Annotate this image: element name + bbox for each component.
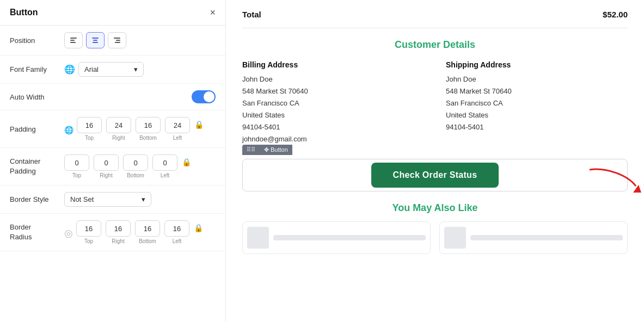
- container-padding-bottom-input[interactable]: [123, 154, 148, 171]
- card-thumbnail-1: [247, 227, 269, 249]
- position-controls: [64, 32, 216, 48]
- border-style-label: Border Style: [10, 195, 59, 203]
- svg-rect-2: [70, 42, 76, 43]
- svg-rect-3: [92, 38, 99, 39]
- cta-wrapper: Check Order Status: [242, 159, 628, 191]
- container-padding-lock-icon[interactable]: 🔒: [182, 158, 191, 166]
- padding-globe-icon: 🌐: [64, 126, 73, 134]
- auto-width-label: Auto Width: [10, 93, 59, 101]
- padding-right-field: Right: [106, 117, 131, 141]
- border-radius-bottom-input[interactable]: [135, 220, 160, 237]
- svg-rect-4: [93, 40, 97, 41]
- container-padding-left-label: Left: [161, 172, 170, 178]
- border-style-select[interactable]: Not Set ▾: [64, 192, 151, 207]
- auto-width-toggle[interactable]: [192, 90, 216, 103]
- svg-rect-7: [116, 40, 120, 41]
- position-row: Position: [0, 26, 225, 55]
- border-radius-left-field: Left: [164, 220, 189, 244]
- billing-address-col: Billing Address John Doe 548 Market St 7…: [242, 60, 424, 146]
- toolbar-handle-button[interactable]: ⠿⠿: [242, 145, 260, 155]
- also-like-row: [242, 221, 628, 254]
- total-row: Total $52.00: [242, 10, 628, 28]
- shipping-zip: 94104-5401: [446, 121, 628, 133]
- svg-rect-1: [70, 40, 75, 41]
- padding-right-label: Right: [112, 135, 125, 141]
- svg-rect-8: [115, 42, 120, 43]
- border-radius-controls: ◎ Top Right Bottom Left 🔒: [64, 220, 216, 244]
- element-toolbar: ⠿⠿ ✥ Button: [242, 145, 292, 155]
- panel-title: Button: [10, 8, 38, 17]
- billing-zip: 94104-5401: [242, 121, 424, 133]
- padding-right-input[interactable]: [106, 117, 131, 133]
- billing-name: John Doe: [242, 73, 424, 85]
- also-like-card-2: [439, 221, 628, 254]
- padding-bottom-input[interactable]: [136, 117, 161, 133]
- padding-top-label: Top: [85, 135, 94, 141]
- move-icon: ✥: [264, 146, 269, 153]
- billing-city: San Francisco CA: [242, 97, 424, 109]
- card-line-2: [470, 235, 623, 240]
- container-padding-bottom-field: Bottom: [123, 154, 148, 178]
- total-label: Total: [242, 10, 261, 19]
- settings-panel: Button × Position Font Family 🌐 Arial ▾: [0, 0, 226, 322]
- border-radius-globe-icon: ◎: [64, 227, 73, 239]
- border-radius-right-field: Right: [106, 220, 131, 244]
- font-family-value: Arial: [84, 65, 99, 73]
- container-padding-top-input[interactable]: [64, 154, 89, 171]
- align-right-button[interactable]: [108, 32, 126, 48]
- border-radius-left-input[interactable]: [164, 220, 189, 237]
- border-radius-lock-icon[interactable]: 🔒: [194, 224, 203, 232]
- padding-left-label: Left: [173, 135, 182, 141]
- container-padding-top-field: Top: [64, 154, 89, 178]
- toolbar-button-label: Button: [271, 146, 288, 153]
- border-radius-row: Border Radius ◎ Top Right Bottom: [0, 214, 225, 251]
- border-radius-right-input[interactable]: [106, 220, 131, 237]
- svg-rect-6: [114, 38, 120, 39]
- svg-rect-0: [70, 38, 77, 39]
- container-padding-right-input[interactable]: [94, 154, 119, 171]
- font-family-row: Font Family 🌐 Arial ▾: [0, 55, 225, 84]
- border-radius-top-input[interactable]: [76, 220, 101, 237]
- container-padding-controls: Top Right Bottom Left 🔒: [64, 154, 216, 178]
- container-padding-label: Container Padding: [10, 157, 59, 176]
- billing-country: United States: [242, 109, 424, 121]
- border-radius-top-label: Top: [84, 238, 93, 244]
- border-radius-left-label: Left: [173, 238, 182, 244]
- total-amount: $52.00: [603, 10, 628, 19]
- shipping-name: John Doe: [446, 73, 628, 85]
- align-left-button[interactable]: [64, 32, 83, 48]
- border-radius-bottom-label: Bottom: [139, 238, 156, 244]
- border-radius-top-field: Top: [76, 220, 101, 244]
- border-radius-inputs: Top Right Bottom Left 🔒: [76, 220, 216, 244]
- billing-heading: Billing Address: [242, 60, 424, 69]
- padding-label: Padding: [10, 125, 59, 133]
- font-family-select[interactable]: Arial ▾: [78, 62, 144, 77]
- toolbar-move-button[interactable]: ✥ Button: [260, 145, 292, 155]
- container-padding-bottom-label: Bottom: [127, 172, 144, 178]
- font-family-label: Font Family: [10, 65, 59, 73]
- align-center-button[interactable]: [86, 32, 105, 48]
- container-padding-left-input[interactable]: [152, 154, 177, 171]
- container-padding-right-field: Right: [94, 154, 119, 178]
- container-padding-top-label: Top: [72, 172, 81, 178]
- billing-email: johndoe@gmail.com: [242, 133, 424, 145]
- check-order-status-button[interactable]: Check Order Status: [371, 163, 499, 188]
- svg-marker-9: [633, 185, 641, 193]
- padding-top-input[interactable]: [77, 117, 102, 133]
- container-padding-right-label: Right: [100, 172, 112, 178]
- container-padding-left-field: Left: [152, 154, 177, 178]
- padding-left-input[interactable]: [165, 117, 190, 133]
- padding-left-field: Left: [165, 117, 190, 141]
- card-line-1: [273, 235, 426, 240]
- border-style-value: Not Set: [70, 195, 94, 203]
- close-icon[interactable]: ×: [210, 8, 216, 17]
- svg-rect-5: [93, 42, 98, 43]
- border-radius-bottom-field: Bottom: [135, 220, 160, 244]
- padding-bottom-field: Bottom: [136, 117, 161, 141]
- customer-details-title: Customer Details: [242, 39, 628, 51]
- border-style-controls: Not Set ▾: [64, 192, 216, 207]
- address-row: Billing Address John Doe 548 Market St 7…: [242, 60, 628, 146]
- padding-lock-icon[interactable]: 🔒: [194, 120, 204, 129]
- padding-row: Padding 🌐 Top Right Bottom Left: [0, 110, 225, 148]
- border-radius-label: Border Radius: [10, 222, 59, 242]
